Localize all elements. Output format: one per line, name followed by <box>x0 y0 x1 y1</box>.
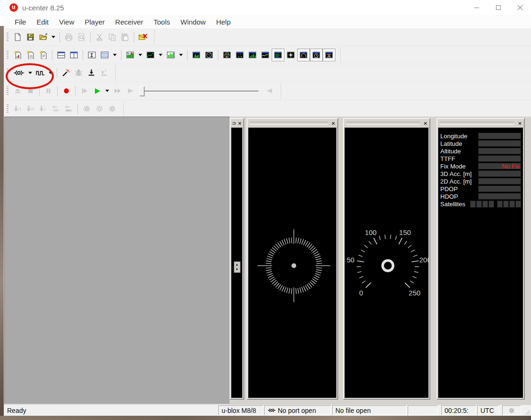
download-button[interactable] <box>85 67 98 79</box>
resize-grip[interactable] <box>522 405 531 415</box>
split-vertical-button[interactable] <box>68 49 80 61</box>
slider-thumb[interactable] <box>139 86 145 96</box>
altimeter-view-icon <box>325 51 333 59</box>
toolbar-grip[interactable] <box>7 104 9 114</box>
map-view-button[interactable] <box>124 49 137 61</box>
toolbar-grip[interactable] <box>7 50 9 60</box>
fast-forward-button[interactable] <box>111 84 124 97</box>
google-earth-view-button[interactable] <box>190 49 203 61</box>
toolbar-grip[interactable] <box>7 86 9 96</box>
stop-button[interactable] <box>24 84 37 97</box>
new-packet-console-button[interactable]: 01 <box>24 49 37 61</box>
open-file-dropdown[interactable] <box>50 31 57 43</box>
separator <box>187 50 188 60</box>
deviation-map-button[interactable] <box>233 49 246 61</box>
pane-drag-handle[interactable] <box>234 261 240 273</box>
separator <box>134 32 134 42</box>
eject-button[interactable] <box>11 84 24 97</box>
menu-edit[interactable]: Edit <box>31 18 54 26</box>
port-dropdown[interactable] <box>26 67 34 79</box>
table-view-button[interactable] <box>98 49 111 61</box>
pane-close-button[interactable] <box>422 120 428 126</box>
copy-button[interactable] <box>106 31 119 43</box>
chart-view-button[interactable] <box>144 49 157 61</box>
warmstart-button[interactable]: W <box>24 102 37 115</box>
pane-close-button[interactable] <box>517 120 523 126</box>
menu-tools[interactable]: Tools <box>148 18 175 26</box>
pane-grip[interactable] <box>440 122 514 125</box>
step-button[interactable] <box>78 84 91 97</box>
gauge-tick-label: 200 <box>419 256 429 264</box>
map-view-dropdown[interactable] <box>137 49 144 61</box>
hotstart-button[interactable]: H <box>11 102 24 115</box>
messages-view-button[interactable] <box>137 31 149 43</box>
table-view-dropdown[interactable] <box>111 49 119 61</box>
statistic-view-button[interactable]: Σ <box>86 49 98 61</box>
paste-icon <box>121 33 129 41</box>
menu-receiver[interactable]: Receiver <box>110 18 148 26</box>
store-config-button[interactable]: M+ <box>50 102 62 115</box>
menu-window[interactable]: Window <box>175 18 211 26</box>
sky-view-button[interactable] <box>203 49 215 61</box>
altimeter-view-button[interactable] <box>323 49 335 61</box>
baudrate-button[interactable] <box>34 67 47 79</box>
close-button[interactable] <box>509 0 531 15</box>
action-gear-2-button[interactable] <box>93 102 106 115</box>
position-slider[interactable] <box>139 86 258 96</box>
port-connect-button[interactable] <box>11 67 26 79</box>
pane-close-button[interactable] <box>330 120 336 126</box>
pause-button[interactable] <box>42 84 55 97</box>
maximize-button[interactable] <box>488 0 509 15</box>
play-button[interactable] <box>91 84 103 97</box>
menu-file[interactable]: File <box>9 18 31 26</box>
compass-dial-svg <box>248 128 336 398</box>
pane-grip[interactable] <box>346 122 420 125</box>
skip-to-end-button[interactable] <box>263 84 276 97</box>
constellation-view-button[interactable] <box>221 49 233 61</box>
autobauding-button[interactable] <box>60 67 72 79</box>
satellite-position-view-button[interactable] <box>259 49 272 61</box>
signal-strength-view-button[interactable] <box>246 49 259 61</box>
recall-config-button[interactable]: M+ <box>62 102 75 115</box>
upload-button[interactable]: 9 <box>98 67 111 79</box>
status-gear[interactable] <box>502 405 521 415</box>
toolbar-grip[interactable] <box>7 33 9 42</box>
menu-help[interactable]: Help <box>211 18 236 26</box>
print-button[interactable] <box>62 31 75 43</box>
baudrate-dropdown[interactable] <box>47 67 54 79</box>
histogram-view-dropdown[interactable] <box>177 49 185 61</box>
play-dropdown[interactable] <box>103 84 111 97</box>
new-file-button[interactable] <box>11 31 24 43</box>
coldstart-button[interactable]: C <box>37 102 50 115</box>
paste-button[interactable] <box>119 31 131 43</box>
menu-view[interactable]: View <box>54 18 79 26</box>
status-file[interactable]: No file open <box>332 405 407 415</box>
action-gear-1-button[interactable] <box>80 102 93 115</box>
minimize-button[interactable] <box>466 0 488 15</box>
speedometer-view-button[interactable] <box>297 49 310 61</box>
pane-grip[interactable] <box>250 122 328 125</box>
clock-view-button[interactable] <box>310 49 323 61</box>
new-text-console-button[interactable] <box>37 49 50 61</box>
eject-icon <box>14 87 21 94</box>
skip-to-begin-button[interactable] <box>124 84 137 97</box>
status-port[interactable]: No port open <box>264 405 331 415</box>
compass-view-button[interactable] <box>284 49 297 61</box>
docking-data-view-button[interactable] <box>272 49 284 61</box>
pane-expand-button[interactable] <box>231 120 237 126</box>
pane-close-button[interactable] <box>238 120 243 126</box>
split-horizontal-button[interactable] <box>55 49 68 61</box>
record-button[interactable] <box>60 84 73 97</box>
save-file-button[interactable] <box>24 31 37 43</box>
debug-button[interactable] <box>72 67 85 79</box>
histogram-view-button[interactable] <box>164 49 177 61</box>
toolbar-grip[interactable] <box>7 68 9 78</box>
new-graph-view-button[interactable] <box>11 49 24 61</box>
print-preview-button[interactable] <box>75 31 88 43</box>
cut-button[interactable] <box>93 31 106 43</box>
chart-view-dropdown[interactable] <box>157 49 164 61</box>
menu-player[interactable]: Player <box>79 18 110 26</box>
action-gear-3-button[interactable] <box>106 102 119 115</box>
status-timezone[interactable]: UTC <box>477 405 499 415</box>
open-file-button[interactable] <box>37 31 50 43</box>
